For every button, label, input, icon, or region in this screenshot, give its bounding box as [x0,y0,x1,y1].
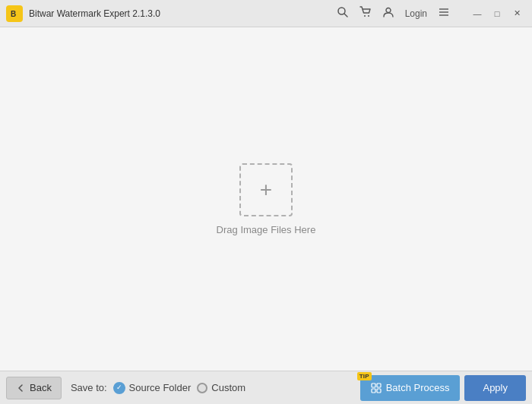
source-folder-radio[interactable] [113,382,125,394]
add-icon: + [260,179,272,200]
source-folder-option[interactable]: Source Folder [113,382,192,394]
save-to-section: Save to: Source Folder Custom [71,382,360,394]
drop-label: Drag Image Files Here [217,224,316,235]
title-bar: B Bitwar Watermark Expert 2.1.3.0 Login [0,0,532,27]
svg-rect-12 [372,389,375,393]
svg-point-6 [386,8,391,13]
batch-icon [371,383,382,393]
svg-rect-11 [377,383,381,387]
bottom-bar: Back Save to: Source Folder Custom TIP B… [0,371,532,404]
title-icons: Login [337,6,450,21]
apply-button[interactable]: Apply [464,375,526,401]
restore-button[interactable]: □ [488,6,506,21]
main-content: + Drag Image Files Here [0,27,532,371]
drop-zone[interactable]: + [239,163,293,216]
svg-rect-13 [377,389,381,393]
app-logo: B [6,5,23,22]
save-to-label: Save to: [71,382,107,393]
source-folder-label: Source Folder [129,382,192,393]
user-icon[interactable] [382,6,394,21]
batch-process-button[interactable]: TIP Batch Process [360,375,461,401]
svg-rect-10 [372,383,375,387]
svg-point-4 [364,15,366,17]
svg-line-3 [344,14,347,17]
custom-option[interactable]: Custom [197,382,245,393]
custom-radio[interactable] [197,383,207,393]
login-button[interactable]: Login [405,8,427,19]
menu-icon[interactable] [438,6,450,21]
search-icon[interactable] [337,6,349,21]
minimize-button[interactable]: — [468,6,486,21]
svg-text:B: B [11,10,16,18]
close-button[interactable]: ✕ [508,6,526,21]
cart-icon[interactable] [359,6,372,21]
app-title: Bitwar Watermark Expert 2.1.3.0 [29,8,337,19]
window-controls: — □ ✕ [468,6,526,21]
svg-point-5 [368,15,369,17]
back-button[interactable]: Back [6,377,62,399]
custom-label: Custom [211,382,245,393]
right-buttons: TIP Batch Process Apply [360,375,526,401]
tip-badge: TIP [357,372,372,380]
back-arrow-icon [16,383,25,393]
